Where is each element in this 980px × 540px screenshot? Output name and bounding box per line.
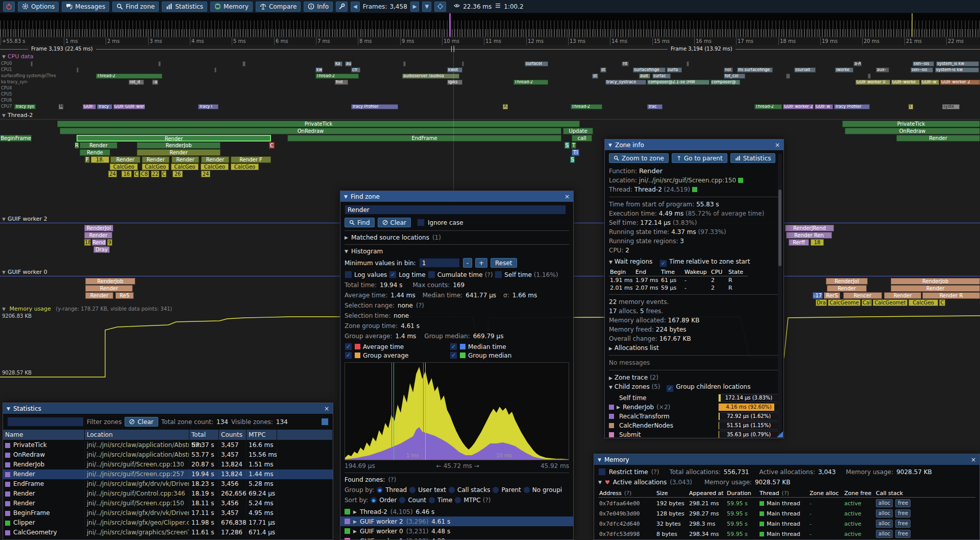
cpu-zone[interactable]: surfa: [667, 67, 682, 73]
table-row[interactable]: 0x7dfaa64e00 192 bytes 298.21 ms 59.95 s…: [594, 498, 979, 508]
found-zone-group-row[interactable]: ▶ GUIF worker 2 (3,296) 4.61 s: [340, 516, 573, 526]
help-marker[interactable]: (?): [485, 271, 493, 278]
column-header-counts[interactable]: Counts: [219, 430, 247, 440]
cpu-zone[interactable]: rot_d: [129, 80, 144, 85]
timeline-zone[interactable]: PrivateTick: [842, 121, 980, 127]
timeline-zone[interactable]: Render F: [231, 156, 271, 163]
timeline-zone[interactable]: CalcGeo: [201, 163, 229, 170]
close-icon[interactable]: ×: [971, 456, 976, 463]
goto-frame-button[interactable]: [434, 2, 446, 12]
min-bin-decrease-button[interactable]: -: [463, 258, 472, 268]
cpu-zone[interactable]: GUIF worker 2: [940, 80, 980, 85]
draw-average-checkbox[interactable]: ✓: [345, 343, 352, 350]
timeline-zone[interactable]: Render: [137, 149, 220, 156]
timeline-zone[interactable]: Render Ren: [786, 232, 832, 239]
cpu-zone[interactable]: surfacefinge: [633, 67, 666, 73]
timeline-zone[interactable]: RenderJol: [826, 278, 868, 285]
sort-by-time-radio[interactable]: [428, 497, 435, 504]
cpu-zone[interactable]: GUIF w: [815, 104, 833, 109]
timeline-zone[interactable]: CalcGeomet: [873, 299, 908, 306]
histogram-toggle[interactable]: ▼ Histogram: [340, 248, 573, 255]
cpu-zone[interactable]: system-is kw: [935, 67, 979, 73]
table-row[interactable]: RenderJob jni/../jni/src/guif/Screen.cpp…: [3, 460, 333, 469]
cpu-zone[interactable]: Trac: [647, 104, 663, 109]
timeline-zone[interactable]: Update: [563, 128, 593, 134]
timeline-zone[interactable]: C: [161, 171, 166, 177]
reset-button[interactable]: Reset: [491, 258, 517, 268]
timeline-zone[interactable]: Rende: [80, 149, 110, 156]
timeline-zone[interactable]: CalcGeo: [171, 163, 199, 170]
timeline-zone[interactable]: Dray: [93, 246, 110, 253]
options-button[interactable]: Options: [18, 2, 59, 12]
group-by-parent-radio[interactable]: [492, 486, 499, 494]
timeline-zone[interactable]: Render: [142, 156, 169, 163]
allocations-list-toggle[interactable]: ▶ Allocations list: [605, 343, 783, 353]
zone-search-input[interactable]: Render: [345, 205, 566, 215]
cpu-zone[interactable]: Thread-2: [513, 80, 548, 85]
timeline-zone[interactable]: C: [134, 171, 139, 177]
time-relative-checkbox[interactable]: ✓: [659, 260, 667, 267]
timeline-zone[interactable]: 22: [151, 171, 159, 177]
timeline-zone[interactable]: call: [572, 135, 592, 142]
timeline-zone[interactable]: 18.: [91, 156, 109, 163]
cpu-zone[interactable]: lgiks: [447, 80, 462, 85]
find-zone-button[interactable]: Find zone: [112, 2, 159, 12]
cpu-zone[interactable]: Thread-2: [315, 74, 359, 79]
found-zone-group-row[interactable]: ▶ GUIF worker 0 (3,231) 4.48 s: [340, 526, 573, 536]
timeline-zone[interactable]: 16: [121, 171, 132, 177]
location-value[interactable]: jni/../jni/src/guif/Screen.cpp:150: [639, 177, 737, 184]
cpu-zone[interactable]: syste: [942, 104, 960, 109]
self-time-checkbox[interactable]: [495, 271, 502, 278]
cpu-zone[interactable]: I: [909, 104, 913, 109]
timeline-zone[interactable]: RenderJob: [137, 142, 220, 149]
group-by-thread-radio[interactable]: ●: [376, 486, 383, 494]
timeline-zone[interactable]: Render: [85, 285, 133, 292]
free-callstack-button[interactable]: free: [895, 509, 911, 518]
timeline-zone[interactable]: Render: [896, 135, 980, 142]
cpu-zone[interactable]: -a: [152, 80, 158, 85]
cpu-zone[interactable]: a-A: [853, 61, 862, 66]
cpu-zone[interactable]: M: [59, 104, 63, 109]
free-callstack-button[interactable]: free: [895, 530, 911, 538]
close-icon[interactable]: ×: [324, 405, 329, 412]
compare-button[interactable]: Compare: [256, 2, 301, 12]
cpu-zone[interactable]: composer@2.1-se (HW: [647, 80, 709, 85]
timeline-zone[interactable]: Render: [201, 156, 229, 163]
cpu-zone[interactable]: A: [503, 104, 508, 109]
alloc-callstack-button[interactable]: alloc: [876, 520, 893, 528]
timeline-zone[interactable]: T: [571, 142, 576, 149]
min-bin-increase-button[interactable]: +: [475, 258, 487, 268]
timeline-zone[interactable]: Tl: [572, 149, 579, 156]
zone-info-titlebar[interactable]: ▼ Zone info ×: [605, 139, 783, 150]
table-row[interactable]: BeginFrame jni/../jni/src/claw/gfx/drv/v…: [3, 508, 333, 518]
frame-dropdown-button[interactable]: ▼: [422, 2, 431, 12]
clear-button[interactable]: Clear: [378, 218, 411, 227]
cpu-zone[interactable]: Tracy Profiler: [834, 104, 870, 109]
timeline-zone[interactable]: 24: [108, 171, 117, 177]
find-button[interactable]: Find: [345, 218, 375, 227]
found-zone-group-row[interactable]: ▶ GUIF worker 1 (3,192) 4.39 s: [340, 536, 573, 540]
log-time-checkbox[interactable]: ✓: [389, 271, 397, 278]
help-marker[interactable]: (?): [483, 497, 491, 504]
timeline-zone[interactable]: EndFrame: [287, 135, 561, 142]
timeline-zone[interactable]: RenderJol: [84, 225, 113, 231]
timeline-zone[interactable]: Render: [84, 232, 112, 239]
memory-usage-header[interactable]: ▼ Memory usage (y-range: 178.27 KB, visi…: [2, 306, 172, 312]
messages-button[interactable]: Messages: [62, 2, 109, 12]
cpu-zone[interactable]: tracy_systrace: [605, 80, 646, 85]
timeline-zone[interactable]: S: [570, 156, 575, 163]
timeline-zone[interactable]: OnRedraw: [60, 128, 561, 134]
cpu-data-header[interactable]: ▼CPU data: [2, 53, 34, 60]
cpu-zone[interactable]: au: [345, 61, 352, 66]
timeline-zone[interactable]: Render R: [922, 292, 980, 299]
help-marker[interactable]: (?): [388, 476, 396, 483]
active-allocations-toggle[interactable]: ▼ ♥ Active allocations (3,043) Memory us…: [594, 479, 979, 486]
timeline-zone[interactable]: Dra: [816, 299, 827, 306]
group-by-callstacks-radio[interactable]: [448, 486, 455, 494]
timeline-zone[interactable]: -17: [813, 292, 823, 299]
cpu-zone[interactable]: [462, 61, 464, 66]
memory-titlebar[interactable]: ▼ Memory ×: [594, 454, 979, 465]
table-row[interactable]: Render jni/../jni/src/guif/Screen.cpp:25…: [3, 469, 333, 479]
cpu-zone[interactable]: sen--sis: [913, 61, 934, 66]
close-icon[interactable]: ×: [775, 142, 780, 149]
